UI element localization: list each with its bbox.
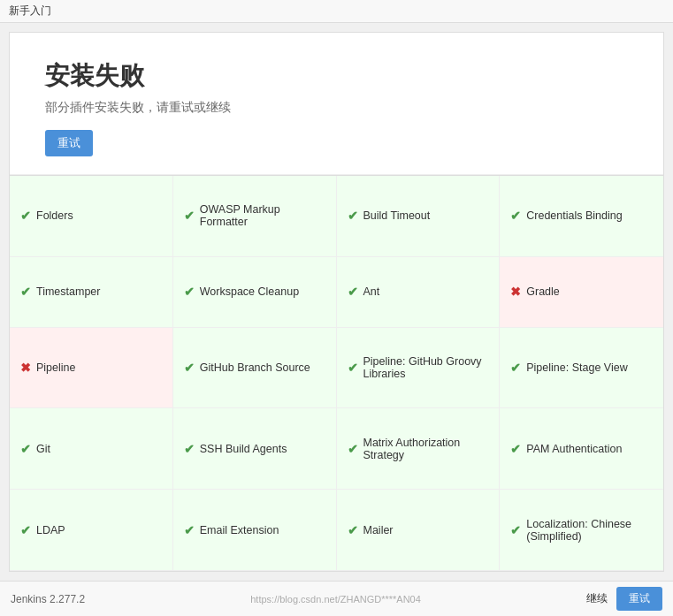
- check-icon: ✔: [510, 523, 521, 537]
- check-icon: ✔: [348, 523, 358, 537]
- check-icon: ✔: [348, 361, 358, 375]
- plugin-cell: ✔Workspace Cleanup: [173, 257, 337, 328]
- plugin-cell: ✔GitHub Branch Source: [173, 328, 337, 409]
- plugin-name: Credentials Binding: [526, 209, 622, 222]
- plugin-cell: ✔SSH Build Agents: [173, 408, 337, 490]
- plugin-name: Pipeline: Stage View: [526, 361, 627, 374]
- plugin-name: GitHub Branch Source: [200, 361, 310, 374]
- plugin-cell: ✔Matrix Authorization Strategy: [337, 408, 501, 490]
- top-bar-label: 新手入门: [9, 4, 51, 17]
- check-icon: ✔: [510, 361, 521, 375]
- plugin-cell: ✔OWASP Markup Formatter: [173, 176, 337, 257]
- plugin-name: Localization: Chinese (Simplified): [526, 518, 653, 543]
- jenkins-version: Jenkins 2.277.2: [11, 593, 85, 605]
- check-icon: ✔: [510, 442, 521, 456]
- plugin-cell: ✔Folders: [10, 176, 173, 257]
- page-subtitle: 部分插件安装失败，请重试或继续: [45, 100, 628, 116]
- plugin-name: Email Extension: [200, 524, 279, 536]
- check-icon: ✔: [348, 209, 358, 223]
- retry-button[interactable]: 重试: [45, 130, 93, 156]
- plugin-name: Folders: [36, 209, 73, 222]
- cross-icon: ✖: [20, 361, 31, 375]
- bottom-center-text: https://blog.csdn.net/ZHANGD****AN04: [250, 594, 421, 605]
- check-icon: ✔: [20, 523, 31, 537]
- plugin-name: Pipeline: GitHub Groovy Libraries: [363, 355, 489, 380]
- check-icon: ✔: [184, 361, 195, 375]
- plugin-cell: ✖Pipeline: [10, 328, 173, 409]
- plugin-cell: ✔Email Extension: [173, 490, 337, 571]
- check-icon: ✔: [184, 209, 195, 223]
- plugin-cell: ✖Gradle: [500, 257, 663, 328]
- bottom-bar: Jenkins 2.277.2 https://blog.csdn.net/ZH…: [0, 581, 673, 616]
- top-bar: 新手入门: [0, 0, 673, 23]
- plugin-cell: ✔Build Timeout: [337, 176, 501, 257]
- check-icon: ✔: [184, 523, 195, 537]
- plugin-name: SSH Build Agents: [200, 443, 287, 455]
- plugin-name: PAM Authentication: [526, 443, 622, 455]
- plugin-name: Gradle: [526, 285, 560, 298]
- check-icon: ✔: [20, 285, 31, 299]
- plugin-cell: ✔PAM Authentication: [500, 408, 663, 490]
- plugins-grid: ✔Folders✔OWASP Markup Formatter✔Build Ti…: [10, 175, 663, 571]
- plugin-name: Timestamper: [36, 285, 100, 298]
- plugin-name: LDAP: [36, 524, 65, 536]
- bottom-right-actions: 继续 重试: [586, 587, 662, 611]
- plugin-name: Workspace Cleanup: [200, 285, 299, 298]
- check-icon: ✔: [348, 442, 358, 456]
- plugin-cell: ✔Ant: [337, 257, 501, 328]
- plugin-name: Pipeline: [36, 361, 75, 374]
- check-icon: ✔: [184, 285, 195, 299]
- plugin-name: Ant: [363, 285, 380, 298]
- plugin-cell: ✔LDAP: [10, 490, 173, 571]
- check-icon: ✔: [510, 209, 521, 223]
- plugin-name: Build Timeout: [363, 209, 431, 222]
- continue-link[interactable]: 继续: [586, 591, 608, 606]
- plugin-cell: ✔Git: [10, 408, 173, 490]
- check-icon: ✔: [184, 442, 195, 456]
- plugin-cell: ✔Credentials Binding: [500, 176, 663, 257]
- plugin-name: Matrix Authorization Strategy: [363, 437, 489, 461]
- plugin-cell: ✔Localization: Chinese (Simplified): [500, 490, 663, 571]
- page-title: 安装失败: [45, 59, 628, 93]
- header-section: 安装失败 部分插件安装失败，请重试或继续 重试: [10, 33, 663, 175]
- plugin-name: Git: [36, 443, 50, 455]
- plugin-name: OWASP Markup Formatter: [200, 203, 325, 228]
- plugin-cell: ✔Pipeline: Stage View: [500, 328, 663, 409]
- plugin-name: Mailer: [363, 524, 394, 536]
- check-icon: ✔: [20, 209, 31, 223]
- main-content: 安装失败 部分插件安装失败，请重试或继续 重试 ✔Folders✔OWASP M…: [9, 32, 664, 572]
- cross-icon: ✖: [510, 285, 521, 299]
- plugin-cell: ✔Mailer: [337, 490, 501, 571]
- check-icon: ✔: [348, 285, 358, 299]
- plugin-cell: ✔Pipeline: GitHub Groovy Libraries: [337, 328, 501, 409]
- plugin-cell: ✔Timestamper: [10, 257, 173, 328]
- retry-bottom-button[interactable]: 重试: [616, 587, 662, 611]
- check-icon: ✔: [20, 442, 31, 456]
